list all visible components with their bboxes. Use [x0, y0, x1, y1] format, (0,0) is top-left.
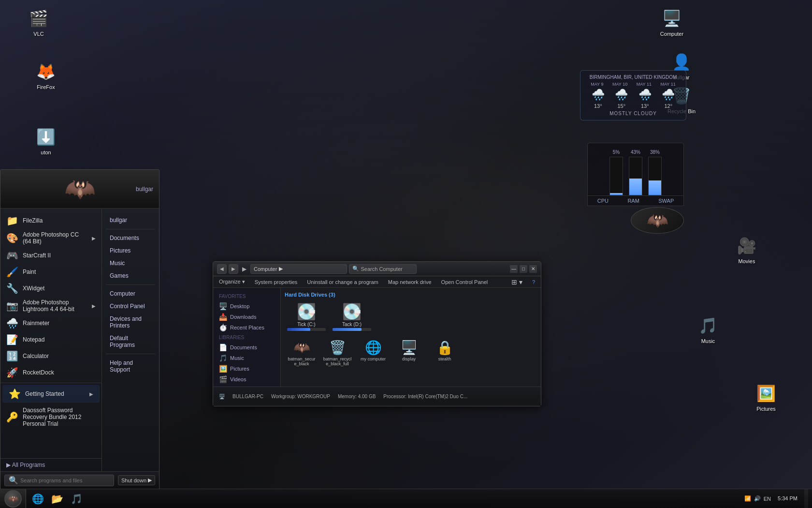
file-explorer-window: ◀ ▶ ▶ Computer ▶ 🔍 Search Computer — □ ✕… [213, 261, 541, 406]
drive-d[interactable]: 💽 Tack (D:) [330, 300, 374, 333]
tray-clock[interactable]: 5:34 PM [774, 495, 801, 502]
search-input[interactable] [20, 478, 110, 483]
taskbar-icon-folder[interactable]: 📂 [47, 489, 67, 508]
libraries-section-title: Libraries [213, 333, 280, 342]
desktop-icon-movies[interactable]: 🎥 Movies [727, 232, 766, 266]
start-menu-left-panel: 📁 FileZilla 🎨 Adobe Photoshop CC (64 Bit… [0, 209, 102, 471]
show-desktop-btn[interactable] [804, 489, 808, 508]
status-memory: Memory: 4.00 GB [338, 394, 376, 399]
map-network-menu[interactable]: Map network drive [386, 278, 434, 286]
daossoft-icon: 🔑 [6, 411, 18, 423]
file-item-5[interactable]: 🔒 stealth [428, 338, 462, 368]
start-right-control-panel[interactable]: Control Panel [106, 300, 155, 312]
view-options-btn[interactable]: ⊞ ▾ [509, 277, 524, 287]
sidebar-desktop[interactable]: 🖥️ Desktop [213, 301, 280, 312]
all-programs-button[interactable]: ▶ All Programs [0, 458, 102, 471]
computer-label: Computer [660, 31, 683, 37]
shutdown-button[interactable]: Shut down ▶ [118, 475, 155, 485]
search-box[interactable]: 🔍 [4, 475, 114, 486]
start-app-rainmeter[interactable]: 🌧️ Rainmeter [0, 315, 102, 331]
notepad-icon: 📝 [6, 334, 18, 345]
start-app-starcraft[interactable]: 🎮 StarCraft II [0, 247, 102, 264]
start-divider [0, 383, 102, 383]
taskbar: 🦇 🌐 📂 🎵 📶 🔊 EN 5:34 PM [0, 489, 812, 508]
start-app-paint[interactable]: 🖌️ Paint [0, 264, 102, 280]
lib-videos-icon: 🎬 [219, 375, 227, 383]
uninstall-menu[interactable]: Uninstall or change a program [305, 278, 380, 286]
hard-drives-label: Hard Disk Drives (3) [285, 292, 537, 298]
organize-menu[interactable]: Organize ▾ [217, 278, 247, 286]
sidebar-lib-music[interactable]: 🎵 Music [213, 353, 280, 363]
desktop-icon-pictures[interactable]: 🖼️ Pictures [747, 380, 785, 414]
desktop-icon-computer[interactable]: 🖥️ Computer [652, 5, 691, 39]
start-right-pictures[interactable]: Pictures [106, 245, 155, 256]
desktop-sidebar-icon: 🖥️ [219, 302, 227, 310]
tray-language[interactable]: EN [764, 496, 771, 502]
address-bar[interactable]: Computer ▶ [250, 264, 347, 274]
favorites-section-title: Favorites [213, 292, 280, 301]
tray-network[interactable]: 📶 [744, 495, 751, 502]
taskbar-icon-media[interactable]: 🎵 [67, 489, 86, 508]
address-text: Computer [254, 266, 277, 272]
desktop-icon-uton[interactable]: ⬇️ uton [27, 123, 65, 157]
rainmeter-icon: 🌧️ [6, 317, 18, 329]
drive-c[interactable]: 💽 Tick (C:) [285, 300, 328, 333]
sidebar-lib-videos[interactable]: 🎬 Videos [213, 374, 280, 385]
sidebar-downloads[interactable]: 📥 Downloads [213, 312, 280, 322]
start-right-help[interactable]: Help and Support [106, 357, 155, 375]
file-item-1[interactable]: 🦇 batman_secure_black [285, 338, 319, 368]
downloads-sidebar-icon: 📥 [219, 313, 227, 321]
drive-d-name: Tack (D:) [342, 322, 362, 327]
desktop-icon-music[interactable]: 🎵 Music [689, 312, 727, 346]
window-nav-arrow: ▶ [240, 266, 248, 272]
computer-icon: 🖥️ [660, 7, 683, 30]
start-app-photoshop[interactable]: 🎨 Adobe Photoshop CC (64 Bit) ▶ [0, 229, 102, 247]
explorer-search-bar[interactable]: 🔍 Search Computer [349, 264, 417, 274]
start-right-documents[interactable]: Documents [106, 232, 155, 244]
start-menu-body: 📁 FileZilla 🎨 Adobe Photoshop CC (64 Bit… [0, 209, 159, 471]
start-right-default-programs[interactable]: Default Programs [106, 332, 155, 351]
file-item-3[interactable]: 🌐 my computer [356, 338, 390, 368]
lib-docs-icon: 📄 [219, 344, 227, 351]
start-right-games[interactable]: Games [106, 270, 155, 282]
sidebar-lib-pictures[interactable]: 🖼️ Pictures [213, 363, 280, 374]
sidebar-recent-places[interactable]: ⏱️ Recent Places [213, 322, 280, 333]
start-menu-username: bullgar [136, 186, 153, 193]
window-forward-btn[interactable]: ▶ [229, 264, 238, 274]
help-btn[interactable]: ? [530, 278, 537, 286]
start-right-music[interactable]: Music [106, 257, 155, 269]
window-close-btn[interactable]: ✕ [529, 265, 537, 273]
weather-temp-2: 13° [641, 103, 649, 109]
start-app-daossoft[interactable]: 🔑 Daossoft Password Recovery Bundle 2012… [0, 404, 102, 430]
system-properties-menu[interactable]: System properties [253, 278, 300, 286]
paint-name: Paint [23, 269, 96, 275]
desktop-icon-firefox[interactable]: 🦊 FireFox [27, 58, 65, 92]
status-bullgar-pc: BULLGAR-PC [232, 394, 263, 399]
start-app-xwidget[interactable]: 🔧 XWidget [0, 280, 102, 297]
window-maximize-btn[interactable]: □ [520, 265, 527, 273]
start-right-bullgar[interactable]: bullgar [106, 214, 155, 226]
start-app-notepad[interactable]: 📝 Notepad [0, 331, 102, 348]
file-item-4[interactable]: 🖥️ display [392, 338, 426, 368]
window-back-btn[interactable]: ◀ [217, 264, 227, 274]
desktop-icon-vlc[interactable]: 🎬 VLC [19, 5, 58, 39]
lib-music-label: Music [230, 355, 244, 361]
start-app-getting-started[interactable]: ⭐ Getting Started ▶ [2, 385, 100, 403]
taskbar-icon-ie[interactable]: 🌐 [28, 489, 47, 508]
start-right-computer[interactable]: Computer [106, 288, 155, 299]
start-right-devices[interactable]: Devices and Printers [106, 313, 155, 331]
file-item-2[interactable]: 🗑️ batman_recycle_black_full [320, 338, 354, 368]
sidebar-lib-documents[interactable]: 📄 Documents [213, 342, 280, 353]
lightroom-icon: 📷 [6, 300, 18, 312]
start-app-lightroom[interactable]: 📷 Adobe Photoshop Lightroom 4.4 64-bit ▶ [0, 297, 102, 315]
weather-widget: BIRMINGHAM, BIR, United Kingdom MAY 9 MA… [580, 70, 686, 120]
start-app-calculator[interactable]: 🔢 Calculator [0, 348, 102, 364]
start-app-filezilla[interactable]: 📁 FileZilla [0, 212, 102, 229]
window-minimize-btn[interactable]: — [510, 265, 518, 273]
tray-volume[interactable]: 🔊 [754, 495, 761, 502]
explorer-search-text: Search Computer [361, 266, 403, 272]
start-app-rocketdock[interactable]: 🚀 RocketDock [0, 364, 102, 381]
start-button[interactable]: 🦇 [0, 489, 26, 508]
window-content: Hard Disk Drives (3) 💽 Tick (C:) 💽 Tack … [281, 288, 541, 387]
open-control-panel-menu[interactable]: Open Control Panel [439, 278, 490, 286]
